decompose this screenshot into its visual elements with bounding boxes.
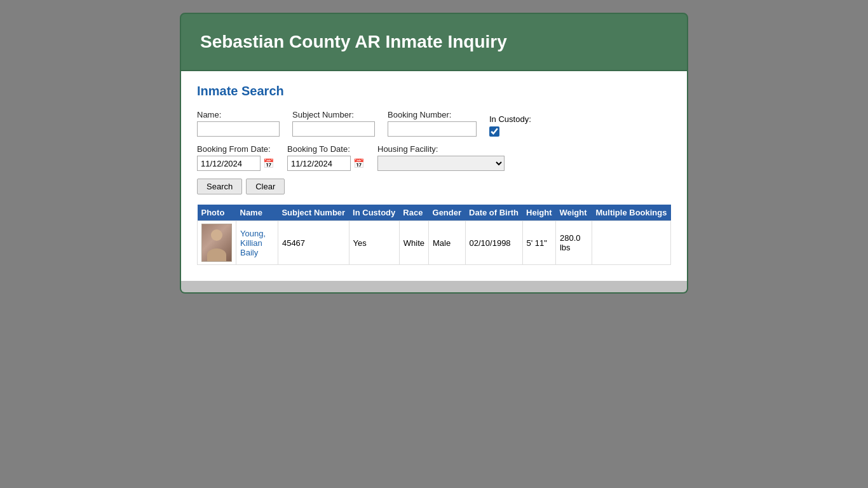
booking-number-label: Booking Number: [388,110,477,119]
page-title: Sebastian County AR Inmate Inquiry [200,32,668,52]
housing-facility-group: Housing Facility: [377,144,505,171]
form-row-2: Booking From Date: 📅 Booking To Date: 📅 … [197,144,671,171]
subject-number-label: Subject Number: [292,110,375,119]
results-table: Photo Name Subject Number In Custody Rac… [197,205,671,265]
booking-to-calendar-icon[interactable]: 📅 [352,157,365,170]
in-custody-group: In Custody: [489,114,531,137]
inmate-name-link[interactable]: Young, Killian Baily [240,229,266,257]
cell-photo [198,221,236,265]
cell-weight: 280.0 lbs [555,221,592,265]
button-row: Search Clear [197,179,671,194]
col-subject-number: Subject Number [278,205,349,221]
cell-subject-number: 45467 [278,221,349,265]
form-row-1: Name: Subject Number: Booking Number: In… [197,110,671,137]
booking-to-input[interactable] [287,156,351,171]
booking-to-label: Booking To Date: [287,144,365,154]
in-custody-label: In Custody: [489,114,531,124]
table-header: Photo Name Subject Number In Custody Rac… [198,205,671,221]
subject-number-input[interactable] [292,121,375,137]
table-header-row: Photo Name Subject Number In Custody Rac… [198,205,671,221]
col-name: Name [236,205,278,221]
photo-placeholder [202,224,231,261]
table-row: Young, Killian Baily 45467 Yes White Mal… [198,221,671,265]
cell-gender: Male [429,221,466,265]
col-gender: Gender [429,205,466,221]
page-container: Sebastian County AR Inmate Inquiry Inmat… [180,13,688,294]
housing-facility-label: Housing Facility: [377,144,505,154]
col-in-custody: In Custody [349,205,399,221]
booking-from-calendar-icon[interactable]: 📅 [262,157,275,170]
booking-from-date-wrapper: 📅 [197,156,275,171]
col-weight: Weight [555,205,592,221]
name-input[interactable] [197,121,280,137]
cell-dob: 02/10/1998 [465,221,522,265]
name-label: Name: [197,110,280,119]
cell-multiple-bookings [592,221,671,265]
main-content: Inmate Search Name: Subject Number: Book… [180,71,688,281]
clear-button[interactable]: Clear [246,179,285,194]
col-multiple-bookings: Multiple Bookings [592,205,671,221]
subject-number-group: Subject Number: [292,110,375,137]
booking-to-group: Booking To Date: 📅 [287,144,365,171]
booking-from-label: Booking From Date: [197,144,275,154]
booking-number-group: Booking Number: [388,110,477,137]
cell-race: White [399,221,428,265]
cell-in-custody: Yes [349,221,399,265]
name-group: Name: [197,110,280,137]
table-body: Young, Killian Baily 45467 Yes White Mal… [198,221,671,265]
booking-from-input[interactable] [197,156,261,171]
footer-bar [180,281,688,294]
page-header: Sebastian County AR Inmate Inquiry [180,13,688,71]
booking-to-date-wrapper: 📅 [287,156,365,171]
booking-from-group: Booking From Date: 📅 [197,144,275,171]
housing-facility-select[interactable] [377,156,505,171]
section-title: Inmate Search [197,84,671,98]
in-custody-checkbox[interactable] [489,126,499,137]
cell-height: 5' 11" [522,221,555,265]
col-dob: Date of Birth [465,205,522,221]
col-height: Height [522,205,555,221]
cell-name: Young, Killian Baily [236,221,278,265]
booking-number-input[interactable] [388,121,477,137]
search-button[interactable]: Search [197,179,242,194]
col-photo: Photo [198,205,236,221]
col-race: Race [399,205,428,221]
inmate-photo [201,224,232,262]
